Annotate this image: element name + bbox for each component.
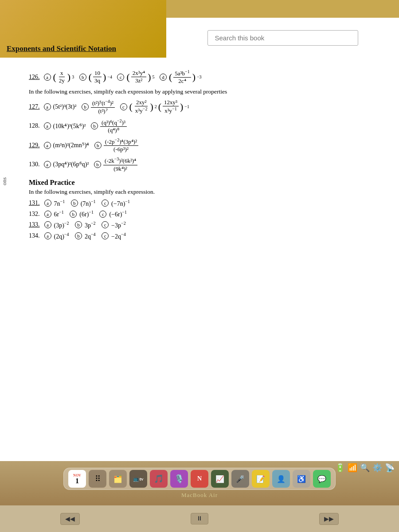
problem-128-number: 128. (29, 122, 40, 129)
news-icon[interactable]: N (191, 470, 208, 488)
problem-128-b-circle: b (91, 122, 98, 129)
appletv-icon[interactable]: 📺tv (129, 470, 147, 488)
problem-131-number: 131. (29, 200, 40, 207)
problem-132: 132. a 6r−1 b (6r)−1 c (−6r)−1 (29, 210, 386, 218)
content-area: 126. a ( x 2y ) 3 b ( 10 3q ) −4 c ( 2x³… (0, 58, 399, 463)
problem-127-a-circle: a (44, 103, 51, 110)
problem-130-b-circle: b (94, 161, 101, 168)
problem-127: 127. a (5t²)³(3t)² b (t²)⁵(t−4)² (t³)⁷ c… (29, 99, 386, 114)
problem-126-c-circle: c (117, 74, 124, 81)
problem-132-number: 132. (29, 211, 40, 218)
accessibility-icon[interactable]: ♿ (293, 470, 310, 488)
top-right-icons: 🔋 📶 🔍 ⚙️ 📡 (335, 463, 395, 473)
music-icon[interactable]: 🎵 (150, 470, 168, 488)
play-pause-button[interactable]: ⏸ (191, 513, 208, 524)
problem-131-a-circle: a (44, 200, 51, 207)
problem-130-a-circle: a (44, 161, 51, 168)
problem-126-b-circle: b (79, 74, 86, 81)
problem-127-number: 127. (29, 103, 40, 110)
podcasts-icon[interactable]: 🎙️ (170, 470, 188, 488)
problem-133-number: 133. (29, 221, 40, 228)
finder-icon[interactable]: 🗂️ (109, 470, 127, 488)
problem-132-c-circle: c (99, 211, 106, 218)
keyboard-area: ◀◀ ⏸ ▶▶ (0, 505, 399, 532)
chat-icon[interactable]: 💬 (313, 470, 331, 488)
launchpad-icon[interactable]: ⠿ (89, 470, 106, 488)
problem-133-b-circle: b (75, 221, 82, 228)
problem-132-a-circle: a (44, 211, 51, 218)
macbook-label: MacBook Air (181, 492, 218, 499)
faceid-icon[interactable]: 👤 (272, 470, 290, 488)
notes-icon[interactable]: 📝 (252, 470, 270, 488)
instruction-1: In the following exercises, simplify eac… (29, 88, 386, 95)
problem-133-c-circle: c (102, 221, 109, 228)
problem-126: 126. a ( x 2y ) 3 b ( 10 3q ) −4 c ( 2x³… (29, 69, 386, 85)
problem-127-c-circle: c (120, 103, 127, 110)
page-title: Exponents and Scientific Notation (7, 44, 116, 53)
stocks-icon[interactable]: 📈 (211, 470, 229, 488)
problem-129-a-circle: a (44, 142, 51, 149)
sidebar-label: ons (1, 177, 8, 187)
calendar-icon[interactable]: NOV 1 (68, 470, 86, 488)
dock-bar: NOV 1 ⠿ 🗂️ 📺tv 🎵 🎙️ N 📈 (63, 468, 336, 490)
spotlight-icon[interactable]: 🔍 (360, 463, 370, 473)
problem-126-a-circle: a (44, 74, 51, 81)
problem-134: 134. a (2q)−4 b 2q−4 c −2q−4 (29, 232, 386, 240)
search-area (166, 18, 399, 58)
problem-128-a-circle: a (44, 122, 51, 129)
problem-133-a-circle: a (44, 221, 51, 228)
problem-128: 128. a (10k⁴)³(5k⁶)² b (q³)⁶(q−2)³ (q⁴)⁸ (29, 118, 386, 134)
problem-129: 129. a (m²n)²(2mn⁵)⁴ b (-2p−2)⁴(3p⁴)² (-… (29, 137, 386, 153)
problem-134-b-circle: b (75, 232, 82, 239)
problem-129-number: 129. (29, 142, 40, 149)
problem-134-a-circle: a (44, 232, 51, 239)
problem-131-c-circle: c (102, 200, 109, 207)
dock-area: 🔋 📶 🔍 ⚙️ 📡 NOV 1 ⠿ 🗂️ 📺tv 🎵 🎙️ (0, 461, 399, 505)
mixed-practice-title: Mixed Practice (29, 179, 386, 187)
settings-icon[interactable]: ⚙️ (372, 463, 382, 473)
problem-126-d-circle: d (160, 74, 167, 81)
rewind-button[interactable]: ◀◀ (60, 513, 80, 525)
title-area: Exponents and Scientific Notation (0, 0, 166, 58)
problem-130-number: 130. (29, 161, 40, 168)
problem-134-c-circle: c (102, 232, 109, 239)
forward-button[interactable]: ▶▶ (319, 513, 339, 525)
problem-129-b-circle: b (94, 142, 102, 149)
problem-127-b-circle: b (82, 103, 89, 110)
problem-132-b-circle: b (70, 211, 77, 218)
problem-131: 131. a 7n−1 b (7n)−1 c (−7n)−1 (29, 199, 386, 207)
search-input[interactable] (207, 30, 358, 46)
problem-133: 133. a (3p)−2 b 3p−2 c −3p−2 (29, 221, 386, 229)
mixed-practice-instruction: In the following exercises, simplify eac… (29, 188, 386, 196)
problem-131-b-circle: b (71, 200, 78, 207)
problem-126-number: 126. (29, 74, 40, 81)
problem-130: 130. a (3pq⁴)²(6p⁶q)² b (-2k−3)²(6k²)⁴ (… (29, 156, 386, 172)
siri-icon[interactable]: 🎤 (231, 470, 249, 488)
wifi-icon: 📡 (385, 463, 395, 473)
problem-134-number: 134. (29, 232, 40, 239)
